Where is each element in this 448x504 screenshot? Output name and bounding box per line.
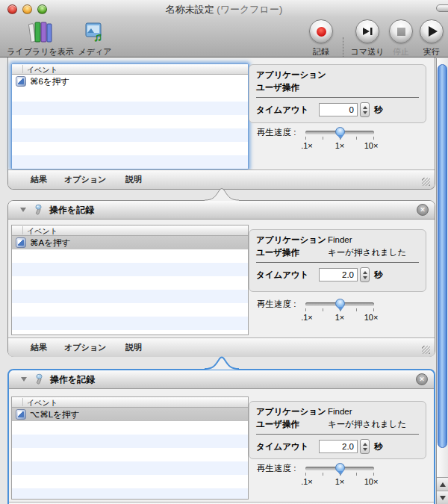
step-forward-icon bbox=[362, 27, 373, 36]
timeout-label: タイムアウト bbox=[256, 105, 319, 116]
event-row-selected[interactable]: ⌥⌘Lを押す bbox=[12, 408, 248, 421]
library-books-icon bbox=[28, 19, 53, 43]
scroll-up-button[interactable] bbox=[437, 477, 448, 491]
scroll-down-button[interactable] bbox=[437, 491, 448, 504]
event-table-2[interactable]: イベント ⌘Aを押す bbox=[11, 225, 249, 335]
column-separator bbox=[22, 398, 23, 406]
speed-slider-track[interactable] bbox=[305, 302, 374, 306]
svg-text:♫: ♫ bbox=[93, 31, 102, 43]
speed-label: 再生速度 : bbox=[257, 127, 296, 138]
speed-slider-thumb[interactable] bbox=[335, 127, 345, 137]
resize-handle[interactable] bbox=[422, 346, 430, 354]
tick-label-10x: 10× bbox=[359, 477, 383, 486]
show-library-label: ライブラリを表示 bbox=[7, 46, 74, 57]
description-link[interactable]: 説明 bbox=[125, 342, 142, 353]
speed-slider-thumb[interactable] bbox=[335, 299, 345, 308]
empty-rows bbox=[12, 421, 248, 499]
event-text: ⌘Aを押す bbox=[30, 237, 70, 249]
event-text: ⌥⌘Lを押す bbox=[30, 409, 79, 420]
tick-label-1x: 1× bbox=[328, 477, 352, 486]
speed-slider-track[interactable] bbox=[305, 131, 374, 134]
resize-handle[interactable] bbox=[422, 178, 430, 186]
event-column-header: イベント bbox=[27, 398, 57, 408]
card-2-header[interactable]: 操作を記録 ✕ bbox=[8, 201, 435, 220]
seconds-label: 秒 bbox=[374, 105, 383, 116]
vertical-scrollbar[interactable] bbox=[436, 58, 448, 504]
scrollbar-thumb[interactable] bbox=[438, 64, 447, 448]
timeout-stepper[interactable] bbox=[360, 267, 370, 282]
media-label: メディア bbox=[78, 46, 111, 57]
results-link[interactable]: 結果 bbox=[31, 174, 47, 185]
timeout-input[interactable] bbox=[319, 103, 358, 116]
window-title-type: (ワークフロー) bbox=[217, 4, 282, 15]
slider-ticks bbox=[305, 308, 374, 311]
user-action-value: キーが押されました bbox=[328, 418, 406, 431]
media-icon: ♫ bbox=[83, 19, 107, 43]
media-button[interactable]: ♫ メディア bbox=[76, 19, 113, 46]
close-action-icon[interactable]: ✕ bbox=[417, 204, 429, 216]
speed-slider-track[interactable] bbox=[305, 467, 374, 470]
speed-slider-thumb[interactable] bbox=[335, 463, 345, 473]
event-row-selected[interactable]: ⌘Aを押す bbox=[12, 236, 248, 249]
empty-rows bbox=[12, 88, 248, 169]
event-table-1-header[interactable]: イベント bbox=[12, 64, 248, 75]
toolbar-toggle-pill[interactable] bbox=[436, 4, 448, 12]
options-link[interactable]: オプション bbox=[64, 342, 106, 353]
application-label: アプリケーション bbox=[256, 234, 328, 246]
tick-label-01x: .1× bbox=[295, 477, 319, 486]
flow-connector bbox=[205, 187, 239, 201]
run-button[interactable]: 実行 bbox=[420, 19, 444, 43]
user-action-value: キーが押されました bbox=[328, 246, 406, 259]
timeout-input[interactable] bbox=[319, 268, 358, 281]
event-row[interactable]: ⌘6を押す bbox=[12, 75, 248, 88]
timeout-label: タイムアウト bbox=[256, 270, 319, 281]
stop-label: 停止 bbox=[393, 46, 409, 57]
disclosure-triangle-icon[interactable] bbox=[21, 377, 27, 382]
event-table-1[interactable]: イベント ⌘6を押す bbox=[11, 63, 249, 169]
show-library-button[interactable]: ライブラリを表示 bbox=[12, 19, 69, 46]
slider-ticks bbox=[305, 137, 374, 140]
action-card-3-selected[interactable]: 操作を記録 ✕ イベント ⌥⌘Lを押す アプリケーションFinder ユーザ操作… bbox=[7, 369, 435, 504]
seconds-label: 秒 bbox=[374, 441, 383, 452]
info-panel-3: アプリケーションFinder ユーザ操作キーが押されました タイムアウト 秒 bbox=[249, 401, 426, 459]
action-card-2[interactable]: 操作を記録 ✕ イベント ⌘Aを押す アプリケーションFinder ユーザ操作キ… bbox=[7, 200, 435, 357]
stop-icon bbox=[397, 28, 405, 36]
app-event-icon bbox=[16, 409, 26, 420]
options-link[interactable]: オプション bbox=[64, 174, 106, 185]
speed-label: 再生速度 : bbox=[257, 299, 296, 310]
stop-button: 停止 bbox=[389, 19, 413, 43]
close-action-icon[interactable]: ✕ bbox=[416, 373, 428, 385]
card-2-title: 操作を記録 bbox=[49, 204, 94, 217]
record-icon bbox=[317, 27, 326, 37]
window-title: 名称未設定 (ワークフロー) bbox=[0, 3, 448, 16]
event-table-3-header[interactable]: イベント bbox=[12, 397, 248, 408]
card-1-footer: 結果 オプション 説明 bbox=[8, 169, 435, 189]
application-value: Finder bbox=[328, 234, 352, 246]
user-action-label: ユーザ操作 bbox=[256, 246, 328, 259]
application-label: アプリケーション bbox=[256, 69, 328, 81]
record-button[interactable]: 記録 bbox=[309, 19, 333, 43]
user-action-label: ユーザ操作 bbox=[256, 81, 328, 94]
action-card-1[interactable]: イベント ⌘6を押す アプリケーション ユーザ操作 タイムアウト 秒 再生速度 … bbox=[7, 57, 435, 190]
tick-label-1x: 1× bbox=[328, 313, 352, 322]
card-3-title: 操作を記録 bbox=[50, 373, 95, 386]
timeout-stepper[interactable] bbox=[360, 102, 370, 117]
step-button[interactable]: コマ送り bbox=[354, 19, 381, 43]
timeout-input[interactable] bbox=[319, 440, 358, 453]
panel-divider bbox=[256, 97, 419, 98]
arrow-up-icon bbox=[440, 482, 446, 487]
description-link[interactable]: 説明 bbox=[125, 174, 142, 185]
event-table-2-header[interactable]: イベント bbox=[12, 225, 248, 236]
tick-label-10x: 10× bbox=[359, 313, 383, 322]
card-3-header[interactable]: 操作を記録 ✕ bbox=[9, 370, 434, 389]
info-panel-1: アプリケーション ユーザ操作 タイムアウト 秒 bbox=[249, 64, 426, 123]
disclosure-triangle-icon[interactable] bbox=[20, 208, 26, 212]
event-table-3[interactable]: イベント ⌥⌘Lを押す bbox=[11, 396, 249, 500]
flow-connector-selected bbox=[205, 356, 239, 370]
application-label: アプリケーション bbox=[256, 405, 328, 418]
record-label: 記録 bbox=[313, 46, 329, 57]
results-link[interactable]: 結果 bbox=[31, 342, 47, 353]
timeout-stepper[interactable] bbox=[360, 439, 370, 454]
toolbar: ライブラリを表示 ♫ メディア 記録 コマ送り 停止 実行 bbox=[0, 16, 448, 57]
record-action-icon bbox=[32, 204, 44, 216]
